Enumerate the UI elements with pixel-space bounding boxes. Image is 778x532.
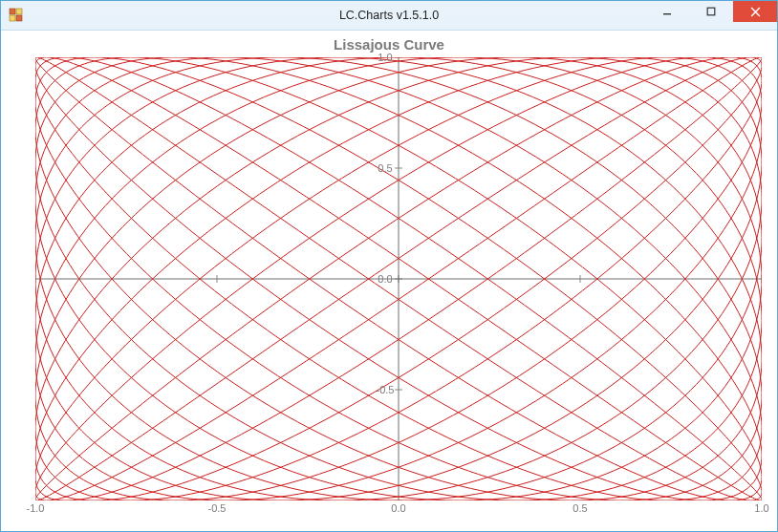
chart: Lissajous Curve -0.50.00.51.0 -1.0-0.50.… <box>9 36 769 523</box>
minimize-button[interactable] <box>645 1 689 22</box>
y-tick-label: 1.0 <box>378 52 392 63</box>
maximize-button[interactable] <box>689 1 733 22</box>
window-buttons <box>645 1 777 30</box>
svg-rect-3 <box>16 15 22 21</box>
x-tick-label: 1.0 <box>754 502 768 514</box>
svg-rect-5 <box>707 8 715 15</box>
svg-rect-0 <box>10 9 15 14</box>
app-window: LC.Charts v1.5.1.0 Lissajous Curve -0.50… <box>0 0 778 532</box>
plot-area[interactable]: -0.50.00.51.0 <box>35 57 762 500</box>
client-area: Lissajous Curve -0.50.00.51.0 -1.0-0.50.… <box>1 31 777 531</box>
svg-rect-1 <box>16 9 22 14</box>
titlebar[interactable]: LC.Charts v1.5.1.0 <box>1 1 777 31</box>
svg-rect-2 <box>10 15 15 21</box>
y-tick-label: 0.5 <box>378 162 392 174</box>
app-icon <box>9 8 24 23</box>
svg-rect-4 <box>663 13 671 14</box>
x-tick-label: -1.0 <box>27 502 45 514</box>
x-tick-label: 0.0 <box>391 502 405 514</box>
y-tick-label: 0.0 <box>378 273 392 285</box>
y-tick-label: -0.5 <box>377 384 395 395</box>
x-tick-label: -0.5 <box>208 502 227 514</box>
x-tick-labels: -1.0-0.50.00.51.0 <box>35 502 762 518</box>
chart-title: Lissajous Curve <box>9 36 769 53</box>
x-tick-label: 0.5 <box>573 502 587 514</box>
close-button[interactable] <box>733 1 777 22</box>
